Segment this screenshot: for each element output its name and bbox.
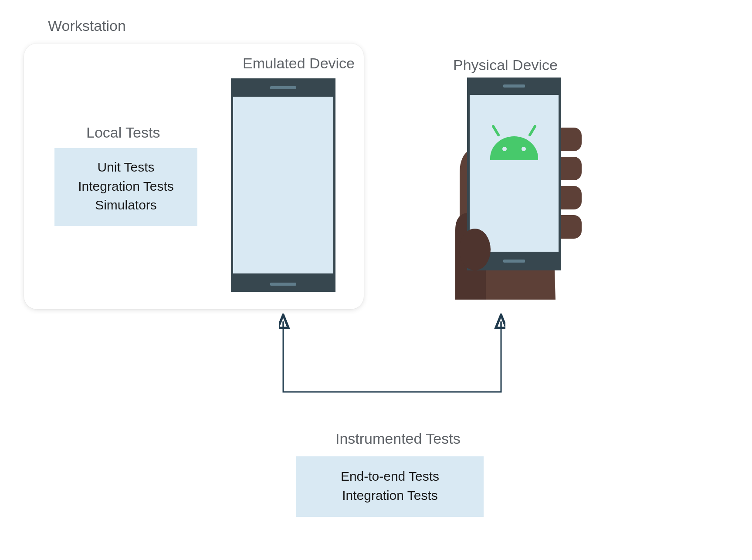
svg-point-10 [522,147,526,151]
test-item: Simulators [63,196,189,215]
test-item: Integration Tests [305,486,475,505]
phone-top-bar [231,78,335,97]
test-item: Integration Tests [63,177,189,196]
physical-device-label: Physical Device [453,57,558,74]
svg-point-9 [502,147,507,151]
phone-home-icon [270,283,296,286]
phone-bottom-bar [231,273,335,292]
svg-rect-7 [503,84,525,88]
phone-speaker-icon [270,86,296,89]
svg-rect-8 [503,260,525,263]
local-tests-box: Unit Tests Integration Tests Simulators [54,148,197,226]
emulated-device-label: Emulated Device [243,55,355,72]
test-item: Unit Tests [63,158,189,177]
connector-arrows [279,314,505,409]
emulated-phone-icon [231,78,335,292]
physical-phone-hand-icon [442,78,582,300]
phone-frame [231,78,335,292]
local-tests-heading: Local Tests [86,124,160,141]
test-item: End-to-end Tests [305,467,475,486]
svg-point-13 [459,229,491,270]
instrumented-tests-heading: Instrumented Tests [335,430,461,447]
workstation-label: Workstation [48,17,126,34]
instrumented-tests-box: End-to-end Tests Integration Tests [296,456,484,517]
